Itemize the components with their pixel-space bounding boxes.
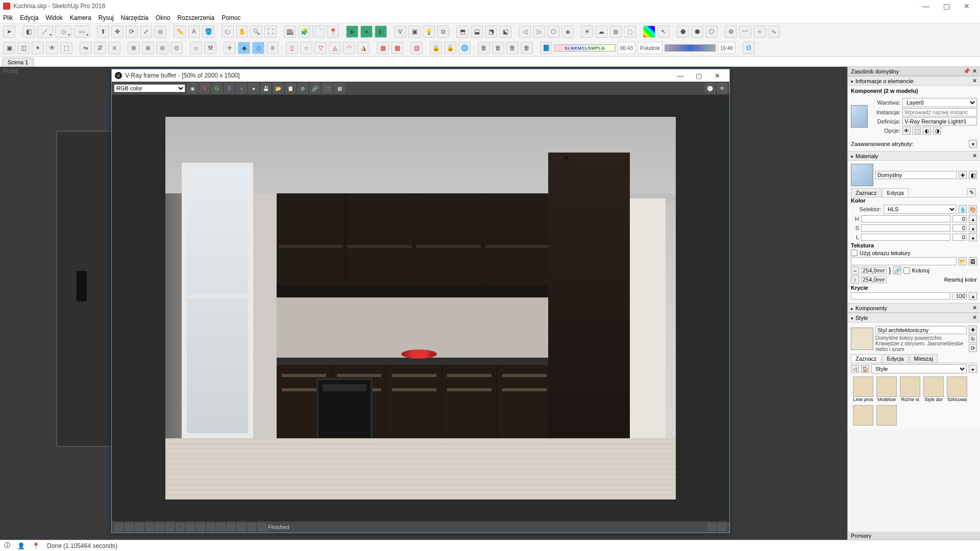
style-thumb-item[interactable]: [853, 377, 873, 397]
status-icon[interactable]: 📍: [32, 542, 40, 549]
camera-iso-icon[interactable]: ◈: [561, 26, 574, 38]
vray-light-mesh-icon[interactable]: ◮: [357, 42, 370, 54]
intersect-icon[interactable]: ⊗: [128, 42, 140, 54]
menu-view[interactable]: Widok: [45, 14, 62, 21]
camera-top-icon[interactable]: ⬡: [547, 26, 559, 38]
style-back-icon[interactable]: ◁: [851, 365, 859, 373]
rotate-tool-icon[interactable]: ⟳: [126, 26, 138, 38]
styles-tab-mix[interactable]: Mieszaj: [910, 354, 938, 363]
styles-tab-edit[interactable]: Edycja: [883, 354, 909, 363]
vray-frame-icon[interactable]: ▣: [408, 26, 421, 38]
section-fill-icon[interactable]: ⬕: [499, 26, 511, 38]
toggle-visible-icon[interactable]: 👁: [902, 127, 911, 135]
plugin-icon[interactable]: G: [743, 42, 755, 54]
zoom-tool-icon[interactable]: 🔍: [250, 26, 262, 38]
sandbox-icon[interactable]: 〰: [739, 26, 751, 38]
explode-icon[interactable]: ✶: [32, 42, 44, 54]
vfb-red-button[interactable]: R: [200, 83, 210, 93]
vfb-region-icon[interactable]: ⬚: [322, 83, 332, 93]
vfb-status-btn[interactable]: [227, 523, 235, 531]
style-home-icon[interactable]: 🏠: [861, 365, 869, 373]
current-material-swatch[interactable]: [851, 164, 873, 186]
eraser-tool-icon[interactable]: ◧: [22, 26, 35, 38]
menu-edit[interactable]: Edycja: [20, 14, 38, 21]
vfb-status-btn[interactable]: [125, 523, 133, 531]
move-tool-icon[interactable]: ✥: [111, 26, 124, 38]
unlock-icon[interactable]: 🔓: [444, 42, 456, 54]
tray-title-bar[interactable]: Zasobnik domyślny 📌✕: [848, 67, 980, 76]
tray-close-icon[interactable]: ✕: [972, 68, 977, 74]
tex-width[interactable]: [861, 267, 887, 274]
vray-asset-icon[interactable]: V: [394, 26, 406, 38]
vfb-rgb-icon[interactable]: ◉: [187, 83, 198, 93]
spinner-icon[interactable]: ▴: [969, 215, 977, 223]
browse-texture-icon[interactable]: 📂: [959, 257, 967, 265]
sandbox3-icon[interactable]: ∿: [768, 26, 780, 38]
menu-file[interactable]: Plik: [3, 14, 13, 21]
toggle-lock-icon[interactable]: ⬚: [913, 127, 921, 135]
unhide-icon[interactable]: ⬚: [60, 42, 72, 54]
current-style-thumb[interactable]: [851, 328, 873, 350]
vfb-status-btn[interactable]: [197, 523, 205, 531]
color-wheel-icon[interactable]: 🎨: [969, 205, 977, 213]
pan-tool-icon[interactable]: ✋: [236, 26, 248, 38]
solid-union-icon[interactable]: ⬡: [705, 26, 718, 38]
style-update-icon[interactable]: ↻: [969, 335, 977, 343]
vfb-link-icon[interactable]: 🔗: [310, 83, 320, 93]
material-edit-icon[interactable]: ✎: [967, 188, 976, 196]
globe-icon[interactable]: 🌐: [458, 42, 471, 54]
vfb-green-button[interactable]: G: [212, 83, 222, 93]
make-component-icon[interactable]: ◫: [17, 42, 30, 54]
styles-collection-select[interactable]: Style: [871, 364, 967, 373]
vray-batch-icon[interactable]: ⧉: [437, 26, 449, 38]
vfb-status-btn[interactable]: [135, 523, 143, 531]
vray-render-icon[interactable]: ▶: [346, 26, 358, 38]
definition-name-input[interactable]: [902, 117, 977, 126]
vfb-status-btn[interactable]: [156, 523, 164, 531]
style-new-icon[interactable]: ✚: [969, 325, 977, 334]
tex-height[interactable]: [861, 276, 887, 283]
entity-info-header[interactable]: ▾Informacje o elemencie ✕: [848, 76, 980, 86]
menu-window[interactable]: Okno: [156, 14, 170, 21]
h-value[interactable]: [952, 215, 967, 222]
maximize-button[interactable]: ▢: [936, 2, 957, 10]
orbit-tool-icon[interactable]: ⭮: [222, 26, 234, 38]
flip-icon[interactable]: ⇋: [80, 42, 92, 54]
vfb-dock-icon[interactable]: [708, 523, 716, 531]
panel-close-icon[interactable]: ✕: [972, 153, 977, 159]
flip2-icon[interactable]: ⇵: [94, 42, 106, 54]
vray-infinite-icon[interactable]: ▦: [377, 42, 389, 54]
hide-icon[interactable]: 👁: [46, 42, 58, 54]
reset-color-link[interactable]: Resetuj kolor: [944, 277, 977, 283]
spinner-icon[interactable]: ▴: [969, 292, 977, 300]
vfb-expand-icon[interactable]: [718, 523, 726, 531]
materials-tab-select[interactable]: Zaznacz: [851, 188, 881, 197]
fog-icon[interactable]: ☁: [595, 26, 607, 38]
flip3-icon[interactable]: ⤭: [108, 42, 120, 54]
trash3-icon[interactable]: 🗑: [506, 42, 519, 54]
vfb-status-btn[interactable]: [186, 523, 194, 531]
lock-icon[interactable]: 🔒: [430, 42, 442, 54]
material-default-icon[interactable]: ◧: [969, 171, 977, 179]
warehouse-icon[interactable]: 🏬: [284, 26, 296, 38]
vray-geo-icon[interactable]: ◆: [238, 42, 250, 54]
vray-light-sphere-icon[interactable]: ○: [300, 42, 312, 54]
eyedropper-icon[interactable]: 💧: [959, 205, 967, 213]
paint-tool-icon[interactable]: 🪣: [202, 26, 214, 38]
shadow-date-bar[interactable]: SLMKMCLSWPLG: [554, 44, 616, 52]
shape-tool-icon[interactable]: ◇: [55, 26, 71, 38]
vray-light-spot-icon[interactable]: ▽: [314, 42, 327, 54]
panel-close-icon[interactable]: ✕: [972, 314, 977, 321]
s-value[interactable]: [952, 224, 967, 232]
l-slider[interactable]: [861, 234, 950, 241]
shadow-time-bar[interactable]: [665, 44, 716, 52]
intersect2-icon[interactable]: ⊕: [142, 42, 154, 54]
vray-sun-icon[interactable]: ☼: [190, 42, 202, 54]
l-value[interactable]: [952, 234, 967, 241]
advanced-expand-icon[interactable]: ▾: [969, 140, 977, 148]
solid-icon[interactable]: ⬣: [677, 26, 689, 38]
make-group-icon[interactable]: ▣: [3, 42, 15, 54]
vray-settings-icon[interactable]: ⚒: [204, 42, 216, 54]
menu-help[interactable]: Pomoc: [222, 14, 240, 21]
vfb-lens-icon[interactable]: 👁: [717, 83, 727, 93]
